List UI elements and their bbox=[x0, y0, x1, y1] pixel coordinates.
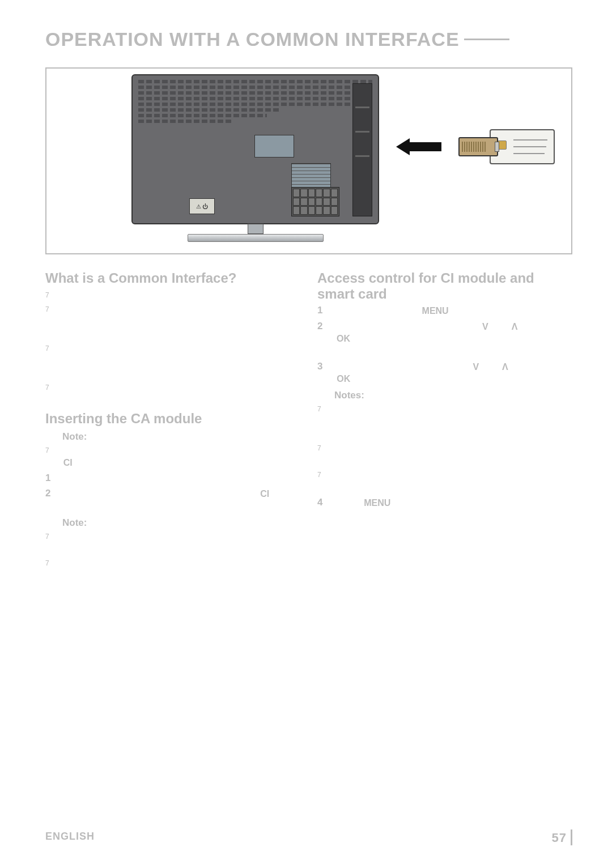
bullet-item: 7 Common Interface (CI) is an interface … bbox=[45, 290, 300, 302]
insert-arrow bbox=[396, 139, 441, 154]
step-number: 2 bbox=[45, 488, 52, 512]
step-item: 1 Insert the corresponding smart card in… bbox=[45, 473, 300, 485]
page-title: OPERATION WITH A COMMON INTERFACE bbox=[45, 28, 572, 50]
bullet-icon: 7 bbox=[317, 403, 321, 440]
ci-slot-panel bbox=[352, 83, 372, 216]
step-subtext: – The »SOURCE SETUP« menu appears. bbox=[334, 345, 572, 358]
bullet-text: The CA modul is not supported in certain… bbox=[329, 469, 572, 493]
bullet-text: The remaining settings are described in … bbox=[329, 442, 572, 467]
bullet-item: 7 To see which CA module is in the Commo… bbox=[45, 531, 300, 555]
heading-what-is-ci: What is a Common Interface? bbox=[45, 270, 300, 286]
bullet-text: Switch off the device before inserting t… bbox=[58, 445, 300, 469]
content-columns: What is a Common Interface? 7 Common Int… bbox=[45, 266, 572, 594]
title-text: OPERATION WITH A COMMON INTERFACE bbox=[45, 28, 460, 50]
heading-inserting-ca: Inserting the CA module bbox=[45, 411, 300, 427]
bullet-item: 7 If you are inserting a CA module into … bbox=[45, 558, 300, 594]
step-text: Insert the CI module with the smart card… bbox=[60, 488, 300, 512]
step-text: Insert the corresponding smart card in t… bbox=[61, 473, 275, 485]
step-number: 4 bbox=[317, 497, 325, 509]
chevron-down-icon: V bbox=[482, 322, 488, 331]
chevron-down-icon: V bbox=[473, 362, 479, 372]
io-cluster bbox=[291, 187, 339, 216]
step-item: 2 Insert the CI module with the smart ca… bbox=[45, 488, 300, 512]
bullet-icon: 7 bbox=[45, 531, 49, 555]
tv-panel: ⚠ ⏻ bbox=[131, 74, 379, 224]
page-number: 57 bbox=[552, 831, 572, 845]
bullet-icon: 7 bbox=[45, 382, 49, 406]
step-item: 2 Select the line »Source Setup« with »V… bbox=[317, 321, 572, 345]
note-label: Note: bbox=[62, 517, 300, 529]
bullet-icon: 7 bbox=[45, 558, 49, 594]
warning-label-text: ⚠ ⏻ bbox=[196, 203, 209, 210]
bullet-item: 7 The CA modul is not supported in certa… bbox=[317, 469, 572, 493]
step-item: 3 Select the line »CA-Module« with »V« o… bbox=[317, 361, 572, 385]
bullet-item: 7 The remaining settings are described i… bbox=[317, 442, 572, 467]
notes-label: Notes: bbox=[334, 390, 572, 401]
figure-tv-ci-slot: ⚠ ⏻ bbox=[45, 67, 572, 254]
step-text: Open the menu with »MENU«. bbox=[333, 305, 456, 317]
bullet-icon: 7 bbox=[45, 290, 51, 302]
bullet-text: Common Interface (CI) is an interface fo… bbox=[59, 290, 286, 302]
tv-stand-base bbox=[188, 234, 324, 242]
footer-language: ENGLISH bbox=[45, 831, 95, 845]
page-footer: ENGLISH 57 bbox=[45, 831, 572, 845]
bullet-icon: 7 bbox=[45, 304, 49, 341]
step-text: Select the line »CA-Module« with »V« or … bbox=[332, 361, 572, 385]
step-text: Press »MENU« to end the setting. bbox=[333, 497, 470, 509]
step-number: 3 bbox=[317, 361, 324, 385]
smart-card bbox=[490, 129, 555, 164]
bullet-icon: 7 bbox=[45, 343, 49, 380]
bullet-text: If you are inserting a CA module into th… bbox=[57, 558, 300, 594]
bullet-text: You can insert the provider's smart card… bbox=[57, 382, 300, 406]
step-number: 1 bbox=[45, 473, 53, 485]
vent-pattern bbox=[138, 80, 372, 134]
bullet-item: 7 The television set is equipped with a … bbox=[45, 343, 300, 380]
bullet-text: To see which CA module is in the Common … bbox=[57, 531, 300, 555]
warning-label: ⚠ ⏻ bbox=[189, 198, 215, 214]
note-label: Note: bbox=[62, 431, 300, 442]
bullet-icon: 7 bbox=[317, 469, 321, 493]
arrow-shaft bbox=[407, 142, 441, 151]
tv-back-illustration: ⚠ ⏻ bbox=[131, 74, 379, 244]
cover-panel-1 bbox=[254, 135, 294, 158]
step-number: 1 bbox=[317, 305, 325, 317]
step-text: Select the line »Source Setup« with »V« … bbox=[332, 321, 572, 345]
right-column: Access control for CI module and smart c… bbox=[317, 266, 572, 594]
bullet-item: 7 This menu provides operating instructi… bbox=[317, 403, 572, 440]
ca-module bbox=[458, 137, 498, 156]
bullet-icon: 7 bbox=[317, 442, 321, 467]
ca-module-with-card bbox=[458, 133, 560, 161]
left-column: What is a Common Interface? 7 Common Int… bbox=[45, 266, 300, 594]
bullet-text: The television set is equipped with a Co… bbox=[57, 343, 300, 380]
chevron-up-icon: Λ bbox=[512, 322, 518, 331]
bullet-icon: 7 bbox=[45, 445, 50, 469]
step-item: 1 Open the menu with »MENU«. bbox=[317, 305, 572, 317]
tv-stand-neck bbox=[248, 224, 264, 234]
bullet-text: Encrypted channels can only be viewed wi… bbox=[57, 304, 300, 341]
bullet-item: 7 You can insert the provider's smart ca… bbox=[45, 382, 300, 406]
bullet-item: 7 Switch off the device before inserting… bbox=[45, 445, 300, 469]
bullet-text: This menu provides operating instruction… bbox=[329, 403, 572, 440]
step-number: 2 bbox=[317, 321, 324, 345]
title-rule bbox=[464, 39, 509, 40]
step-item: 4 Press »MENU« to end the setting. bbox=[317, 497, 572, 509]
chevron-up-icon: Λ bbox=[502, 362, 508, 372]
cover-panel-2 bbox=[291, 163, 331, 189]
bullet-item: 7 Encrypted channels can only be viewed … bbox=[45, 304, 300, 341]
heading-access-control: Access control for CI module and smart c… bbox=[317, 270, 572, 301]
